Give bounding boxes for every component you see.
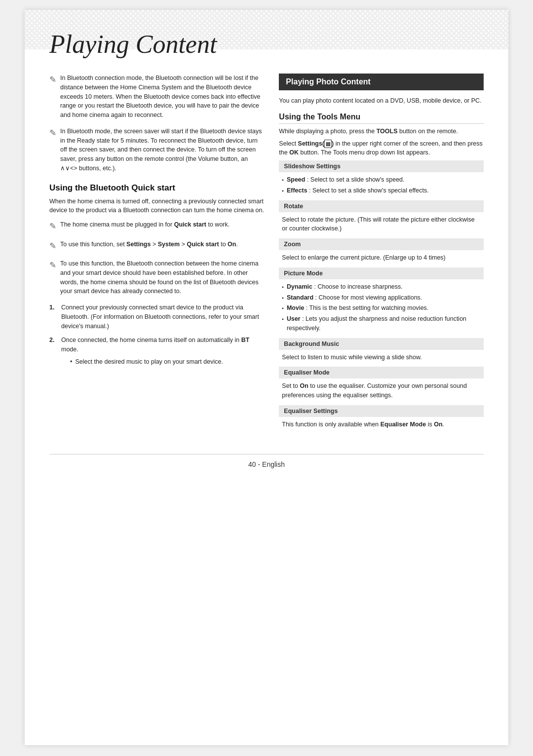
- tools-menu-intro-2: Select Settings(▤) in the upper right co…: [279, 139, 484, 158]
- slideshow-effects-text: Effects : Select to set a slide show's s…: [287, 186, 429, 195]
- equaliser-mode-section: Equaliser Mode Set to On to use the equa…: [279, 367, 484, 400]
- note-icon-2: ✎: [49, 127, 56, 173]
- tools-menu-heading: Using the Tools Menu: [279, 113, 484, 124]
- equaliser-mode-title: Equaliser Mode: [279, 367, 484, 378]
- picture-standard-item: Standard : Choose for most viewing appli…: [282, 293, 481, 302]
- numbered-item-2-text: Once connected, the home cinema turns it…: [61, 336, 264, 368]
- picture-dynamic-item: Dynamic : Choose to increase sharpness.: [282, 282, 481, 292]
- page-title: Playing Content: [49, 30, 484, 59]
- photo-section-title: Playing Photo Content: [279, 74, 484, 90]
- bluetooth-note-text-3: To use this function, the Bluetooth conn…: [60, 259, 264, 296]
- picture-mode-title-text: Picture Mode: [284, 270, 323, 277]
- bluetooth-note-3: ✎ To use this function, the Bluetooth co…: [49, 259, 264, 296]
- numbered-item-1-text: Connect your previously connected smart …: [61, 303, 264, 331]
- picture-mode-title: Picture Mode: [279, 267, 484, 279]
- picture-mode-list: Dynamic : Choose to increase sharpness. …: [279, 282, 484, 333]
- nested-bullet-1-text: Select the desired music to play on your…: [75, 357, 223, 367]
- background-music-section: Background Music Select to listen to mus…: [279, 338, 484, 362]
- note-item-2: ✎ In Bluetooth mode, the screen saver wi…: [49, 127, 264, 173]
- rotate-section: Rotate Select to rotate the picture. (Th…: [279, 200, 484, 234]
- zoom-title: Zoom: [279, 238, 484, 250]
- bluetooth-note-icon-2: ✎: [49, 240, 56, 253]
- page: Playing Content ✎ In Bluetooth connectio…: [25, 10, 508, 745]
- two-column-layout: ✎ In Bluetooth connection mode, the Blue…: [49, 74, 484, 434]
- picture-user-item: User : Lets you adjust the sharpness and…: [282, 314, 481, 333]
- slideshow-settings-section: Slideshow Settings Speed : Select to set…: [279, 160, 484, 195]
- numbered-item-2: 2. Once connected, the home cinema turns…: [49, 336, 264, 368]
- bluetooth-quickstart-section: Using the Bluetooth Quick start When the…: [49, 183, 264, 369]
- photo-section-intro: You can play photo content located on a …: [279, 96, 484, 106]
- equaliser-mode-content: Set to On to use the equaliser. Customiz…: [279, 381, 484, 400]
- bluetooth-note-1: ✎ The home cinema must be plugged in for…: [49, 220, 264, 233]
- page-number: 40 - English: [49, 454, 484, 468]
- picture-user-text: User : Lets you adjust the sharpness and…: [287, 314, 481, 333]
- equaliser-mode-title-text: Equaliser Mode: [284, 369, 329, 376]
- picture-standard-text: Standard : Choose for most viewing appli…: [287, 293, 422, 302]
- numbered-item-1: 1. Connect your previously connected sma…: [49, 303, 264, 331]
- rotate-title-text: Rotate: [284, 203, 303, 210]
- photo-section-title-text: Playing Photo Content: [286, 77, 371, 86]
- right-column: Playing Photo Content You can play photo…: [279, 74, 484, 434]
- picture-mode-section: Picture Mode Dynamic : Choose to increas…: [279, 267, 484, 333]
- rotate-content: Select to rotate the picture. (This will…: [279, 215, 484, 234]
- zoom-content: Select to enlarge the current picture. (…: [279, 253, 484, 263]
- num-label-1: 1.: [49, 303, 57, 331]
- zoom-title-text: Zoom: [284, 241, 301, 248]
- background-music-content: Select to listen to music while viewing …: [279, 353, 484, 362]
- slideshow-settings-list: Speed : Select to set a slide show's spe…: [279, 175, 484, 195]
- tools-menu-intro: While displaying a photo, press the TOOL…: [279, 127, 484, 136]
- equaliser-settings-title-text: Equaliser Settings: [284, 408, 338, 415]
- background-music-title-text: Background Music: [284, 340, 339, 347]
- bluetooth-section-intro: When the home cinema is turned off, conn…: [49, 197, 264, 216]
- zoom-section: Zoom Select to enlarge the current pictu…: [279, 238, 484, 263]
- page-number-text: 40 - English: [248, 460, 285, 468]
- slideshow-settings-title-text: Slideshow Settings: [284, 163, 341, 170]
- bluetooth-note-icon-1: ✎: [49, 220, 56, 233]
- bluetooth-note-icon-3: ✎: [49, 259, 56, 296]
- slideshow-speed-item: Speed : Select to set a slide show's spe…: [282, 175, 481, 185]
- nested-bullet-list: Select the desired music to play on your…: [61, 357, 264, 367]
- bluetooth-note-text-1: The home cinema must be plugged in for Q…: [60, 220, 264, 233]
- left-column: ✎ In Bluetooth connection mode, the Blue…: [49, 74, 264, 374]
- bluetooth-section-heading: Using the Bluetooth Quick start: [49, 183, 264, 193]
- bluetooth-note-text-2: To use this function, set Settings > Sys…: [60, 240, 264, 253]
- note-icon-1: ✎: [49, 74, 56, 120]
- numbered-list: 1. Connect your previously connected sma…: [49, 303, 264, 369]
- picture-dynamic-text: Dynamic : Choose to increase sharpness.: [287, 282, 403, 292]
- note-item-1: ✎ In Bluetooth connection mode, the Blue…: [49, 74, 264, 120]
- picture-movie-text: Movie : This is the best setting for wat…: [287, 303, 428, 313]
- picture-movie-item: Movie : This is the best setting for wat…: [282, 303, 481, 313]
- note-text-1: In Bluetooth connection mode, the Blueto…: [60, 74, 264, 120]
- bluetooth-note-2: ✎ To use this function, set Settings > S…: [49, 240, 264, 253]
- slideshow-speed-text: Speed : Select to set a slide show's spe…: [287, 175, 405, 185]
- nested-bullet-1: Select the desired music to play on your…: [70, 357, 264, 367]
- equaliser-settings-section: Equaliser Settings This function is only…: [279, 405, 484, 429]
- background-music-title: Background Music: [279, 338, 484, 350]
- note-text-2: In Bluetooth mode, the screen saver will…: [60, 127, 264, 173]
- equaliser-settings-content: This function is only available when Equ…: [279, 420, 484, 429]
- equaliser-settings-title: Equaliser Settings: [279, 405, 484, 417]
- rotate-title: Rotate: [279, 200, 484, 212]
- num-label-2: 2.: [49, 336, 57, 368]
- slideshow-settings-title: Slideshow Settings: [279, 160, 484, 172]
- slideshow-effects-item: Effects : Select to set a slide show's s…: [282, 186, 481, 195]
